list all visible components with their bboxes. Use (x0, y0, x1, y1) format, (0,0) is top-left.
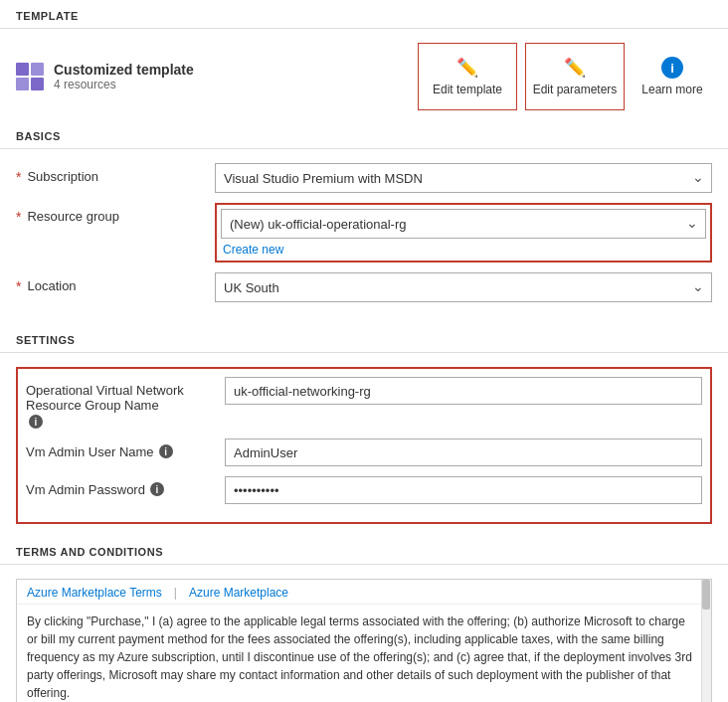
template-text: Customized template 4 resources (54, 62, 194, 91)
settings-bordered: Operational Virtual Network Resource Gro… (16, 367, 712, 524)
terms-section-label: TERMS AND CONDITIONS (0, 536, 728, 564)
subscription-control: Visual Studio Premium with MSDN (215, 163, 712, 193)
template-actions: ✏️ Edit template ✏️ Edit parameters i Le… (418, 43, 712, 110)
resource-group-control: (New) uk-official-operational-rg Create … (215, 203, 712, 263)
location-select[interactable]: UK South (215, 272, 712, 302)
network-rg-control (225, 377, 702, 405)
subscription-select-wrapper: Visual Studio Premium with MSDN (215, 163, 712, 193)
settings-divider (0, 352, 728, 353)
required-star-loc: * (16, 278, 21, 294)
basics-divider (0, 148, 728, 149)
resource-group-row: * Resource group (New) uk-official-opera… (16, 203, 712, 263)
resource-group-label: * Resource group (16, 203, 215, 225)
template-divider (0, 28, 728, 29)
azure-marketplace-tab[interactable]: Azure Marketplace (189, 586, 288, 600)
edit-template-button[interactable]: ✏️ Edit template (418, 43, 517, 110)
terms-box: Azure Marketplace Terms | Azure Marketpl… (16, 579, 712, 702)
template-resources: 4 resources (54, 78, 194, 91)
vm-admin-password-label: Vm Admin Password i (26, 476, 225, 497)
location-select-wrapper: UK South (215, 272, 712, 302)
resource-group-select[interactable]: (New) uk-official-operational-rg (221, 209, 706, 239)
template-section: Customized template 4 resources ✏️ Edit … (0, 35, 728, 120)
vm-admin-password-row: Vm Admin Password i (26, 476, 702, 504)
required-star-rg: * (16, 209, 21, 225)
network-rg-info-icon[interactable]: i (29, 415, 43, 429)
edit-template-icon: ✏️ (456, 57, 478, 79)
vm-admin-user-label: Vm Admin User Name i (26, 439, 225, 459)
terms-divider (0, 564, 728, 565)
resource-group-bordered: (New) uk-official-operational-rg Create … (215, 203, 712, 263)
edit-parameters-icon: ✏️ (564, 57, 586, 79)
learn-more-button[interactable]: i Learn more (633, 43, 712, 110)
subscription-label: * Subscription (16, 163, 215, 185)
terms-separator: | (174, 586, 177, 600)
settings-section: Operational Virtual Network Resource Gro… (0, 359, 728, 536)
vm-admin-user-control (225, 439, 702, 466)
learn-more-label: Learn more (641, 83, 702, 96)
vm-admin-user-input[interactable] (225, 439, 702, 466)
subscription-select[interactable]: Visual Studio Premium with MSDN (215, 163, 712, 193)
network-rg-row: Operational Virtual Network Resource Gro… (26, 377, 702, 429)
azure-marketplace-terms-tab[interactable]: Azure Marketplace Terms (27, 586, 162, 600)
create-new-link[interactable]: Create new (221, 241, 706, 257)
terms-tabs: Azure Marketplace Terms | Azure Marketpl… (17, 580, 711, 605)
vm-admin-password-info-icon[interactable]: i (150, 482, 164, 496)
required-star: * (16, 169, 21, 185)
subscription-row: * Subscription Visual Studio Premium wit… (16, 163, 712, 193)
edit-parameters-button[interactable]: ✏️ Edit parameters (525, 43, 625, 110)
location-control: UK South (215, 272, 712, 302)
scrollbar-track[interactable] (701, 580, 711, 702)
edit-template-label: Edit template (433, 83, 502, 96)
vm-admin-user-row: Vm Admin User Name i (26, 439, 702, 466)
basics-section: * Subscription Visual Studio Premium wit… (0, 155, 728, 324)
location-label: * Location (16, 272, 215, 294)
scrollbar-thumb[interactable] (702, 580, 710, 610)
info-icon: i (661, 57, 683, 79)
vm-admin-user-info-icon[interactable]: i (159, 444, 173, 458)
basics-section-label: BASICS (0, 120, 728, 148)
resource-group-select-wrapper: (New) uk-official-operational-rg (221, 209, 706, 239)
terms-content: By clicking "Purchase," I (a) agree to t… (17, 605, 711, 702)
template-icon (16, 63, 44, 90)
template-section-label: TEMPLATE (0, 0, 728, 28)
network-rg-label: Operational Virtual Network Resource Gro… (26, 377, 225, 429)
template-name: Customized template (54, 62, 194, 78)
location-row: * Location UK South (16, 272, 712, 302)
network-rg-input[interactable] (225, 377, 702, 405)
edit-parameters-label: Edit parameters (533, 83, 618, 96)
vm-admin-password-input[interactable] (225, 476, 702, 504)
settings-section-label: SETTINGS (0, 324, 728, 352)
template-info: Customized template 4 resources (16, 62, 194, 91)
vm-admin-password-control (225, 476, 702, 504)
terms-section: Azure Marketplace Terms | Azure Marketpl… (0, 571, 728, 702)
